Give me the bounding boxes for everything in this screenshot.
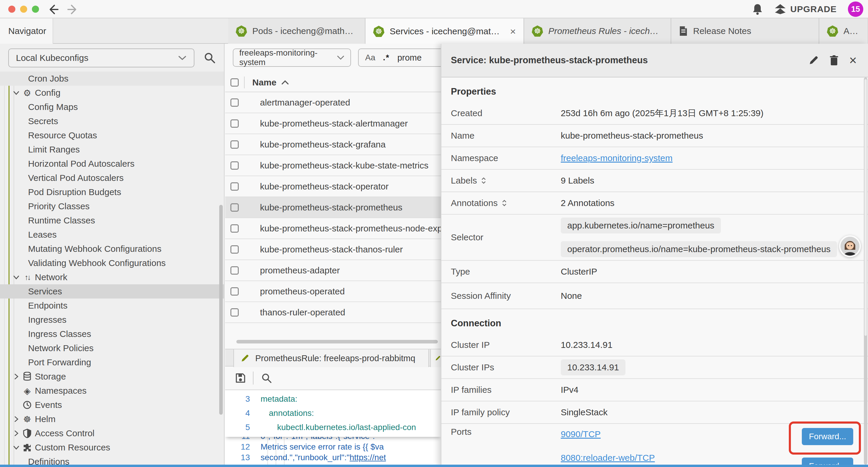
port-link-9090-tcp[interactable]: 9090/TCP bbox=[561, 429, 655, 439]
minimize-window-button[interactable] bbox=[20, 6, 27, 13]
table-row-kube-prometheus-stack-prometheus[interactable]: kube-prometheus-stack-prometheus bbox=[225, 197, 441, 218]
upgrade-button[interactable]: UPGRADE bbox=[774, 4, 837, 15]
sidebar-item-leases[interactable]: Leases bbox=[0, 228, 217, 242]
zoom-window-button[interactable] bbox=[32, 6, 39, 13]
sidebar-item-horizontal-pod-autoscalers[interactable]: Horizontal Pod Autoscalers bbox=[0, 157, 217, 171]
editor-search-button[interactable] bbox=[260, 372, 272, 384]
notifications-bell-icon[interactable] bbox=[752, 3, 763, 15]
sidebar-item-resource-quotas[interactable]: Resource Quotas bbox=[0, 128, 217, 143]
tab-navigator[interactable]: Navigator bbox=[0, 18, 53, 44]
sidebar-item-port-forwarding[interactable]: Port Forwarding bbox=[0, 355, 217, 370]
save-button[interactable] bbox=[235, 372, 246, 384]
table-row-kube-prometheus-stack-kube-state-metrics[interactable]: kube-prometheus-stack-kube-state-metrics bbox=[225, 155, 441, 176]
sidebar-item-validating-webhook-configurations[interactable]: Validating Webhook Configurations bbox=[0, 256, 217, 270]
sidebar-item-vertical-pod-autoscalers[interactable]: Vertical Pod Autoscalers bbox=[0, 171, 217, 185]
tab-release-notes[interactable]: Release Notes bbox=[671, 18, 819, 44]
sidebar-item-limit-ranges[interactable]: Limit Ranges bbox=[0, 143, 217, 157]
match-case-toggle[interactable]: Aa bbox=[365, 53, 375, 62]
code-line-3: 3metadata: bbox=[225, 392, 441, 406]
sidebar-item-ingresses[interactable]: Ingresses bbox=[0, 313, 217, 327]
row-checkbox[interactable] bbox=[230, 140, 239, 149]
sidebar-item-custom-resources[interactable]: Custom Resources bbox=[0, 440, 217, 455]
sort-toggle-icon bbox=[502, 199, 507, 207]
detail-row-ip-family-policy: IP family policySingleStack bbox=[441, 401, 868, 424]
sidebar-item-label: Helm bbox=[35, 414, 56, 424]
sidebar-item-mutating-webhook-configurations[interactable]: Mutating Webhook Configurations bbox=[0, 242, 217, 256]
editor-tab-next[interactable] bbox=[430, 349, 441, 367]
row-checkbox[interactable] bbox=[230, 203, 239, 212]
sidebar-item-events[interactable]: Events bbox=[0, 398, 217, 412]
sidebar-item-config[interactable]: ⚙Config bbox=[0, 86, 217, 100]
sidebar-item-helm[interactable]: ☸Helm bbox=[0, 412, 217, 426]
sidebar-item-network-policies[interactable]: Network Policies bbox=[0, 341, 217, 355]
port-link-8080-reloader-web-tcp[interactable]: 8080:reloader-web/TCP bbox=[561, 453, 655, 463]
notification-badge[interactable]: 15 bbox=[848, 1, 863, 17]
sidebar-item-services[interactable]: Services bbox=[0, 284, 224, 298]
sidebar-item-runtime-classes[interactable]: Runtime Classes bbox=[0, 213, 217, 228]
tab-services-icecheng-math[interactable]: ☸Services - icecheng@math...× bbox=[366, 18, 524, 44]
sidebar-item-label: Ingresses bbox=[28, 315, 66, 325]
table-row-thanos-ruler-operated[interactable]: thanos-ruler-operated bbox=[225, 302, 441, 323]
row-checkbox[interactable] bbox=[230, 182, 239, 191]
detail-scrollbar-thumb[interactable] bbox=[864, 79, 867, 336]
sidebar-item-access-control[interactable]: Access Control bbox=[0, 426, 217, 440]
resource-search-input[interactable]: Aa .* prome bbox=[358, 49, 441, 67]
row-checkbox[interactable] bbox=[230, 266, 239, 274]
row-checkbox[interactable] bbox=[230, 98, 239, 107]
row-checkbox[interactable] bbox=[230, 245, 239, 254]
edit-pencil-icon[interactable] bbox=[808, 55, 819, 66]
sort-toggle[interactable] bbox=[502, 199, 507, 207]
sidebar-item-secrets[interactable]: Secrets bbox=[0, 114, 217, 128]
delete-trash-icon[interactable] bbox=[829, 55, 839, 66]
navigator-search-button[interactable] bbox=[203, 52, 216, 64]
tab-label: Release Notes bbox=[693, 26, 751, 36]
chevron-right-icon bbox=[13, 430, 20, 437]
sidebar-item-priority-classes[interactable]: Priority Classes bbox=[0, 199, 217, 213]
row-checkbox[interactable] bbox=[230, 162, 239, 170]
sidebar-item-endpoints[interactable]: Endpoints bbox=[0, 298, 217, 313]
sidebar-item-storage[interactable]: Storage bbox=[0, 370, 217, 384]
sidebar-item-network[interactable]: ↑↓Network bbox=[0, 270, 217, 284]
namespace-link[interactable]: freeleaps-monitoring-system bbox=[561, 153, 673, 163]
close-tab-icon[interactable]: × bbox=[510, 26, 516, 37]
sort-toggle[interactable] bbox=[481, 177, 486, 184]
close-icon[interactable]: × bbox=[849, 54, 857, 67]
table-row-kube-prometheus-stack-thanos-ruler[interactable]: kube-prometheus-stack-thanos-ruler bbox=[225, 239, 441, 260]
table-row-kube-prometheus-stack-prometheus-node-expor[interactable]: kube-prometheus-stack-prometheus-node-ex… bbox=[225, 218, 441, 239]
sidebar-scrollbar[interactable] bbox=[219, 205, 223, 415]
namespace-selector[interactable]: freeleaps-monitoring-system bbox=[233, 49, 351, 67]
row-checkbox[interactable] bbox=[230, 119, 239, 128]
horizontal-scrollbar[interactable] bbox=[236, 340, 438, 344]
tab-argo-se[interactable]: ☸Argo Se bbox=[819, 18, 868, 44]
row-checkbox[interactable] bbox=[230, 224, 239, 233]
table-row-prometheus-operated[interactable]: prometheus-operated bbox=[225, 281, 441, 302]
sidebar-item-cron-jobs[interactable]: Cron Jobs bbox=[0, 71, 224, 86]
sidebar-item-namespaces[interactable]: ◈Namespaces bbox=[0, 384, 217, 398]
sidebar-item-ingress-classes[interactable]: Ingress Classes bbox=[0, 327, 217, 341]
regex-toggle[interactable]: .* bbox=[383, 53, 390, 62]
table-row-kube-prometheus-stack-alertmanager[interactable]: kube-prometheus-stack-alertmanager bbox=[225, 113, 441, 134]
yaml-editor[interactable]: 110","for":"1m","labels":{"service":"12M… bbox=[225, 389, 441, 467]
row-checkbox[interactable] bbox=[230, 287, 239, 296]
tab-pods-icecheng-mathmas[interactable]: ☸Pods - icecheng@mathmas... bbox=[228, 18, 366, 44]
name-column-header[interactable]: Name bbox=[252, 78, 289, 87]
avatar[interactable] bbox=[839, 235, 861, 257]
service-name: kube-prometheus-stack-prometheus bbox=[260, 202, 402, 212]
table-row-kube-prometheus-stack-grafana[interactable]: kube-prometheus-stack-grafana bbox=[225, 134, 441, 155]
detail-label: IP family policy bbox=[441, 407, 561, 417]
sidebar-item-pod-disruption-budgets[interactable]: Pod Disruption Budgets bbox=[0, 185, 217, 199]
sidebar-item-config-maps[interactable]: Config Maps bbox=[0, 100, 217, 114]
table-row-kube-prometheus-stack-operator[interactable]: kube-prometheus-stack-operator bbox=[225, 176, 441, 197]
table-row-prometheus-adapter[interactable]: prometheus-adapter bbox=[225, 260, 441, 281]
close-window-button[interactable] bbox=[8, 6, 16, 13]
kubeconfig-selector[interactable]: Local Kubeconfigs bbox=[8, 49, 194, 67]
select-all-checkbox[interactable] bbox=[230, 78, 239, 87]
forward-button[interactable] bbox=[66, 3, 79, 16]
table-row-alertmanager-operated[interactable]: alertmanager-operated bbox=[225, 92, 441, 113]
forward-button[interactable]: Forward... bbox=[802, 428, 853, 445]
editor-tab-prometheusrule[interactable]: PrometheusRule: freeleaps-prod-rabbitmq bbox=[234, 349, 429, 367]
back-button[interactable] bbox=[47, 3, 60, 16]
row-checkbox[interactable] bbox=[230, 308, 239, 317]
tab-prometheus-rules-icecheng[interactable]: ☸Prometheus Rules - icecheng... bbox=[524, 18, 671, 44]
sidebar-item-label: Vertical Pod Autoscalers bbox=[28, 173, 124, 183]
